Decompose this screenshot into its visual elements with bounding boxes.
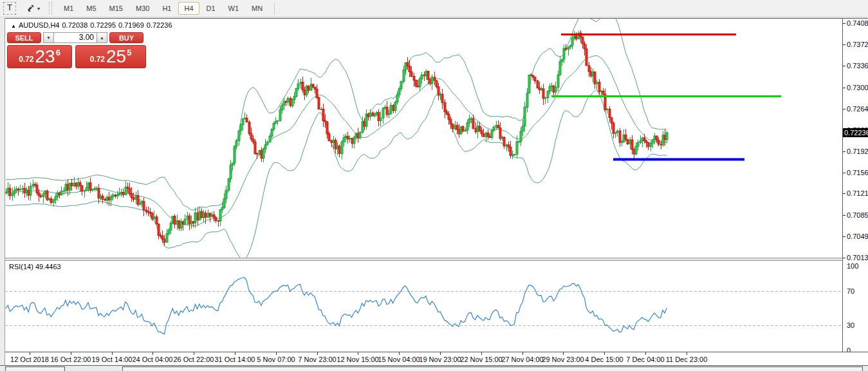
- symbol-period: AUDUSD,H4: [19, 21, 60, 29]
- chevron-down-icon: ▾: [37, 6, 40, 12]
- volume-decrease-button[interactable]: ▼: [43, 32, 54, 43]
- time-tick-mark: [276, 352, 277, 355]
- timeframe-button-m1[interactable]: M1: [58, 2, 79, 15]
- arrows-tool-button[interactable]: ▾: [23, 2, 42, 15]
- timeframe-button-h1[interactable]: H1: [156, 2, 177, 15]
- time-tick-mark: [481, 352, 482, 355]
- bottom-tab-partial[interactable]: [5, 366, 65, 371]
- rsi-tick-label: 30: [847, 321, 854, 329]
- arrows-icon: [26, 3, 36, 14]
- buy-button[interactable]: BUY: [109, 32, 143, 43]
- text-tool-button[interactable]: T: [3, 2, 17, 15]
- rsi-chart-canvas[interactable]: [5, 261, 842, 352]
- timeframe-button-w1[interactable]: W1: [223, 2, 245, 15]
- time-axis-label: 5 Nov 07:00: [257, 356, 295, 363]
- time-axis-label: 15 Nov 04:00: [378, 356, 420, 363]
- buy-price-button[interactable]: 0.72 25 5: [75, 45, 146, 68]
- timeframe-toolbar: M1M5M15M30H1H4D1W1MN: [57, 2, 269, 15]
- chart-area: ▲AUDUSD,H40.720380.722950.719690.72236 S…: [0, 18, 868, 371]
- price-tick-mark: [843, 88, 845, 88]
- rsi-indicator-label: RSI(14) 49.4463: [9, 263, 61, 271]
- toolbar-grip[interactable]: [49, 2, 52, 15]
- time-tick-mark: [358, 352, 358, 355]
- time-axis-label: 24 Oct 04:00: [133, 356, 173, 363]
- time-axis-label: 31 Oct 14:00: [215, 356, 255, 363]
- time-tick-mark: [563, 352, 564, 355]
- time-axis-label: 7 Dec 04:00: [626, 356, 664, 363]
- price-tick-mark: [843, 151, 845, 152]
- time-tick-mark: [317, 352, 318, 355]
- price-tick-mark: [843, 109, 845, 109]
- price-tick-label: 0.71210: [847, 189, 868, 197]
- buy-price-big: 25: [106, 47, 126, 66]
- ohlc-low: 0.71969: [118, 21, 144, 29]
- bottom-tabs-strip: [0, 365, 868, 371]
- price-tick-mark: [843, 215, 845, 216]
- rsi-tick-label: 100: [847, 262, 858, 270]
- price-tick-label: 0.73360: [847, 62, 868, 70]
- price-tick-label: 0.70490: [847, 233, 868, 240]
- price-tick-mark: [843, 258, 845, 258]
- rsi-tick-label: 70: [847, 287, 854, 295]
- time-tick-mark: [71, 352, 71, 355]
- time-tick-mark: [235, 352, 235, 355]
- buy-price-pip: 5: [127, 48, 131, 57]
- timeframe-button-mn[interactable]: MN: [246, 2, 268, 15]
- price-tick-label: 0.71920: [847, 147, 868, 155]
- time-axis-label: 11 Dec 23:00: [666, 356, 708, 363]
- toolbar-separator: [274, 2, 275, 15]
- time-axis-label: 26 Oct 22:00: [174, 356, 214, 363]
- price-tick-mark: [843, 44, 845, 45]
- one-click-trading-panel: SELL ▼ 3.00 ▲ BUY 0.72 23 6 0.72 25 5: [7, 32, 146, 68]
- timeframe-button-m30[interactable]: M30: [130, 2, 155, 15]
- price-tick-mark: [843, 193, 845, 194]
- time-tick-mark: [399, 352, 400, 355]
- price-tick-label: 0.70130: [847, 254, 868, 262]
- time-tick-mark: [687, 352, 687, 355]
- price-tick-mark: [843, 173, 845, 173]
- time-tick-mark: [645, 352, 646, 355]
- price-tick-mark: [843, 236, 845, 237]
- chart-title: ▲AUDUSD,H40.720380.722950.719690.72236: [11, 21, 175, 29]
- price-axis[interactable]: 0.72236 0.740800.737200.733600.730000.72…: [842, 19, 868, 352]
- ohlc-close: 0.72236: [147, 21, 172, 29]
- sell-price-prefix: 0.72: [19, 55, 33, 64]
- price-tick-label: 0.74080: [847, 19, 868, 27]
- timeframe-button-m15[interactable]: M15: [104, 2, 129, 15]
- time-axis-label: 19 Nov 23:00: [419, 356, 461, 363]
- ohlc-high: 0.72295: [90, 21, 116, 29]
- volume-increase-button[interactable]: ▲: [97, 32, 107, 43]
- current-price-tag: 0.72236: [843, 128, 868, 137]
- time-axis-label: 22 Nov 15:00: [460, 356, 502, 363]
- bottom-tab-partial[interactable]: [122, 366, 863, 371]
- price-tick-label: 0.70850: [847, 211, 868, 219]
- sell-button[interactable]: SELL: [7, 32, 41, 43]
- timeframe-button-m5[interactable]: M5: [80, 2, 102, 15]
- window-left-gutter: [0, 18, 5, 365]
- sell-price-big: 23: [35, 47, 55, 66]
- time-tick-mark: [604, 352, 605, 355]
- time-tick-mark: [440, 352, 441, 355]
- time-tick-mark: [522, 352, 523, 355]
- time-axis-label: 4 Dec 15:00: [585, 356, 623, 363]
- sell-price-button[interactable]: 0.72 23 6: [7, 45, 72, 68]
- buy-price-prefix: 0.72: [90, 55, 105, 64]
- time-axis-label: 29 Nov 23:00: [542, 356, 584, 363]
- collapse-panel-icon[interactable]: ▲: [11, 23, 16, 29]
- time-tick-mark: [30, 352, 30, 355]
- time-axis[interactable]: 12 Oct 201816 Oct 22:0019 Oct 14:0024 Oc…: [5, 352, 868, 366]
- toolbar: T ▾ M1M5M15M30H1H4D1W1MN: [0, 0, 868, 17]
- price-tick-label: 0.72640: [847, 105, 868, 113]
- price-tick-mark: [843, 66, 845, 66]
- volume-input[interactable]: 3.00: [54, 32, 97, 43]
- time-axis-label: 12 Nov 15:00: [337, 356, 378, 363]
- ohlc-open: 0.72038: [62, 21, 88, 29]
- chart-window: ▲AUDUSD,H40.720380.722950.719690.72236 S…: [5, 18, 868, 365]
- metatrader-window: T ▾ M1M5M15M30H1H4D1W1MN ▲AUDUSD,H40.720…: [0, 0, 868, 371]
- timeframe-button-h4[interactable]: H4: [178, 2, 199, 15]
- time-axis-label: 16 Oct 22:00: [51, 356, 91, 363]
- time-tick-mark: [152, 352, 153, 355]
- timeframe-button-d1[interactable]: D1: [201, 2, 221, 15]
- sell-price-pip: 6: [56, 48, 60, 57]
- text-tool-icon: T: [3, 2, 16, 15]
